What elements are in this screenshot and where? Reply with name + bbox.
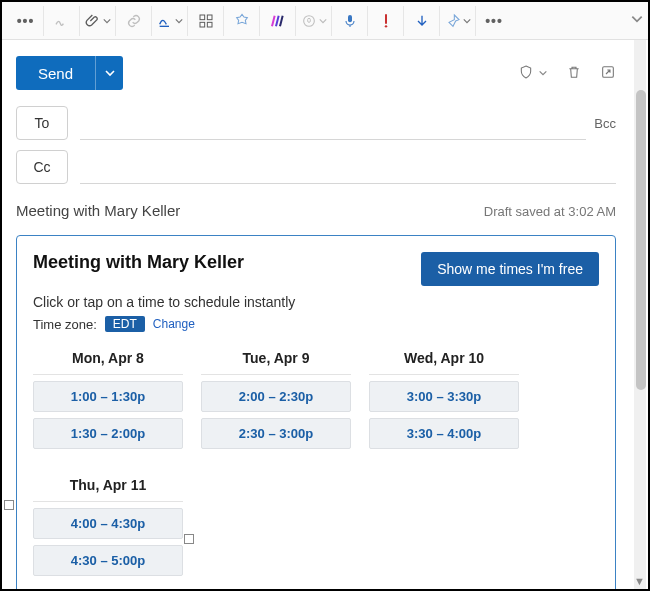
popout-icon[interactable] — [600, 64, 616, 83]
to-button[interactable]: To — [16, 106, 68, 140]
time-slot[interactable]: 2:30 – 3:00p — [201, 418, 351, 449]
compose-area: ▼ Send — [2, 40, 648, 589]
svg-rect-1 — [207, 15, 212, 20]
day-header: Wed, Apr 10 — [369, 346, 519, 375]
draft-status: Draft saved at 3:02 AM — [484, 204, 616, 219]
svg-rect-3 — [207, 22, 212, 27]
card-title: Meeting with Mary Keller — [33, 252, 244, 273]
arrow-down-icon[interactable] — [404, 6, 440, 36]
days-grid: Mon, Apr 8 1:00 – 1:30p 1:30 – 2:00p Tue… — [33, 346, 599, 582]
delete-icon[interactable] — [566, 64, 582, 83]
time-slot[interactable]: 3:00 – 3:30p — [369, 381, 519, 412]
day-column: Mon, Apr 8 1:00 – 1:30p 1:30 – 2:00p — [33, 346, 183, 455]
timezone-row: Time zone: EDT Change — [33, 316, 599, 332]
scrollbar-thumb[interactable] — [636, 90, 646, 390]
time-slot[interactable]: 1:00 – 1:30p — [33, 381, 183, 412]
timezone-change-link[interactable]: Change — [153, 317, 195, 331]
day-header: Mon, Apr 8 — [33, 346, 183, 375]
svg-rect-0 — [200, 15, 205, 20]
shield-chevron-icon[interactable] — [538, 68, 548, 78]
send-button-group: Send — [16, 56, 123, 90]
cc-input[interactable] — [80, 150, 616, 184]
important-icon[interactable] — [368, 6, 404, 36]
attach-icon[interactable] — [80, 6, 116, 36]
time-slot[interactable]: 1:30 – 2:00p — [33, 418, 183, 449]
shield-icon[interactable] — [518, 64, 534, 83]
send-dropdown[interactable] — [95, 56, 123, 90]
day-header: Tue, Apr 9 — [201, 346, 351, 375]
time-slot[interactable]: 4:00 – 4:30p — [33, 508, 183, 539]
mic-icon[interactable] — [332, 6, 368, 36]
selection-handle[interactable] — [184, 534, 194, 544]
to-input[interactable] — [80, 106, 586, 140]
card-subtitle: Click or tap on a time to schedule insta… — [33, 294, 599, 310]
time-slot[interactable]: 4:30 – 5:00p — [33, 545, 183, 576]
cc-button[interactable]: Cc — [16, 150, 68, 184]
svg-rect-2 — [200, 22, 205, 27]
link-icon[interactable] — [116, 6, 152, 36]
ink-icon[interactable] — [152, 6, 188, 36]
timezone-chip[interactable]: EDT — [105, 316, 145, 332]
collapse-ribbon-icon[interactable] — [630, 12, 644, 26]
day-column: Thu, Apr 11 4:00 – 4:30p 4:30 – 5:00p — [33, 473, 183, 582]
time-slot[interactable]: 3:30 – 4:00p — [369, 418, 519, 449]
wave-icon[interactable] — [260, 6, 296, 36]
svg-point-4 — [303, 15, 314, 26]
svg-rect-5 — [348, 15, 352, 22]
more-icon-right[interactable]: ••• — [476, 6, 512, 36]
subject-text[interactable]: Meeting with Mary Keller — [16, 202, 180, 219]
addin-icon[interactable] — [224, 6, 260, 36]
selection-handle[interactable] — [4, 500, 14, 510]
day-column: Tue, Apr 9 2:00 – 2:30p 2:30 – 3:00p — [201, 346, 351, 455]
day-column: Wed, Apr 10 3:00 – 3:30p 3:30 – 4:00p — [369, 346, 519, 455]
broom-icon[interactable] — [440, 6, 476, 36]
timezone-label: Time zone: — [33, 317, 97, 332]
day-header: Thu, Apr 11 — [33, 473, 183, 502]
bcc-toggle[interactable]: Bcc — [594, 116, 616, 131]
apps-icon[interactable] — [188, 6, 224, 36]
scroll-down-icon[interactable]: ▼ — [634, 575, 645, 587]
show-free-times-button[interactable]: Show me times I'm free — [421, 252, 599, 286]
svg-point-6 — [384, 25, 386, 27]
meeting-card: Meeting with Mary Keller Show me times I… — [16, 235, 616, 591]
dictate-icon[interactable] — [296, 6, 332, 36]
send-button[interactable]: Send — [16, 56, 95, 90]
time-slot[interactable]: 2:00 – 2:30p — [201, 381, 351, 412]
more-icon[interactable]: ••• — [8, 6, 44, 36]
signature-icon[interactable] — [44, 6, 80, 36]
toolbar: ••• ••• — [2, 2, 648, 40]
